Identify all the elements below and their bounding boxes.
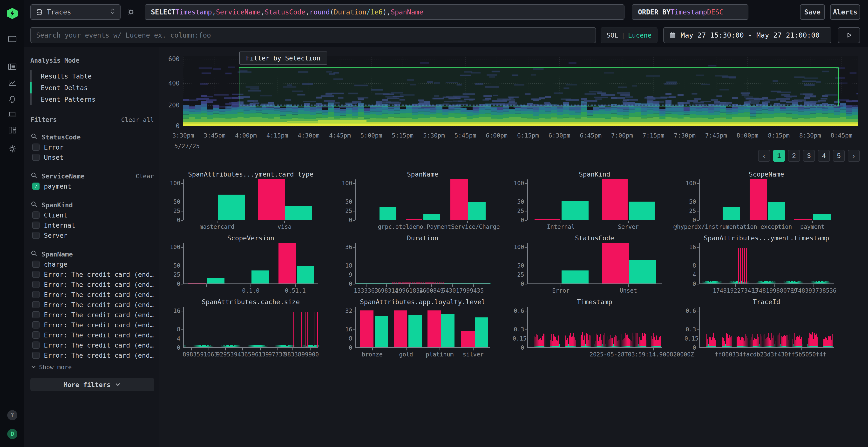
page-button-2[interactable]: 2 — [788, 150, 800, 162]
pink-bar — [278, 243, 296, 283]
green-bar — [780, 281, 780, 283]
pink-bar — [580, 336, 580, 346]
date-range-picker[interactable]: May 27 15:30:00 - May 27 21:00:00 — [663, 27, 831, 43]
filter-option-error-the-credit-card-end[interactable]: Error: The credit card (end… — [30, 330, 154, 340]
green-bar — [756, 282, 757, 283]
filter-option-error-the-credit-card-end[interactable]: Error: The credit card (end… — [30, 269, 154, 279]
green-bar — [709, 282, 710, 283]
y-tick-label: 8 — [341, 335, 352, 342]
page-button-4[interactable]: 4 — [818, 150, 830, 162]
clear-filter-link[interactable]: Clear — [136, 173, 154, 180]
select-query-input[interactable]: SELECT Timestamp,ServiceName,StatusCode,… — [145, 4, 624, 20]
selection-region[interactable] — [239, 67, 839, 106]
help-button[interactable]: ? — [7, 410, 18, 420]
filter-option-error[interactable]: Error — [30, 142, 154, 152]
sessions-laptop-icon[interactable] — [7, 109, 18, 119]
alerts-bell-icon[interactable] — [7, 94, 18, 104]
green-bar — [568, 344, 569, 347]
search-input[interactable] — [30, 27, 596, 43]
checkbox[interactable] — [32, 291, 39, 298]
filter-option-error-the-credit-card-end[interactable]: Error: The credit card (end… — [30, 289, 154, 300]
checkbox[interactable] — [32, 211, 39, 219]
checkbox[interactable] — [32, 321, 39, 329]
filter-option-error-the-credit-card-end[interactable]: Error: The credit card (end… — [30, 320, 154, 330]
mode-item-event-deltas[interactable]: Event Deltas — [30, 82, 154, 94]
green-bar — [766, 281, 767, 283]
filter-option-error-the-credit-card-end[interactable]: Error: The credit card (end… — [30, 310, 154, 320]
green-bar — [230, 345, 231, 347]
filter-option-error-the-credit-card-end[interactable]: Error: The credit card (end… — [30, 300, 154, 310]
search-icon[interactable] — [30, 201, 38, 209]
filter-option-internal[interactable]: Internal — [30, 220, 154, 230]
checkbox[interactable] — [32, 261, 39, 268]
checkbox[interactable] — [32, 281, 39, 288]
checkbox[interactable]: ✓ — [32, 182, 39, 190]
user-avatar[interactable]: D — [7, 429, 18, 439]
checkbox[interactable] — [32, 143, 39, 151]
search-icon[interactable] — [30, 250, 38, 259]
source-select[interactable]: Traces — [30, 4, 121, 20]
pink-bar — [589, 335, 589, 346]
checkbox[interactable] — [32, 153, 39, 161]
checkbox[interactable] — [32, 232, 39, 239]
pink-bar — [824, 339, 825, 346]
pink-bar — [553, 334, 554, 346]
hyperdx-logo-icon[interactable] — [7, 8, 18, 19]
filter-option-server[interactable]: Server — [30, 230, 154, 240]
filter-option-error-the-credit-card-end[interactable]: Error: The credit card (end… — [30, 279, 154, 289]
show-more-link[interactable]: Show more — [30, 362, 154, 372]
checkbox[interactable] — [32, 311, 39, 318]
order-by-input[interactable]: ORDER BY Timestamp DESC — [632, 4, 748, 20]
page-button-3[interactable]: 3 — [803, 150, 815, 162]
chart-line-icon[interactable] — [7, 78, 18, 88]
query-token: Timestamp — [671, 8, 707, 16]
checkbox[interactable] — [32, 342, 39, 349]
checkbox[interactable] — [32, 332, 39, 339]
green-bar — [253, 345, 254, 347]
page-button-1[interactable]: 1 — [773, 150, 785, 162]
save-button[interactable]: Save — [800, 4, 825, 20]
filter-option-charge[interactable]: charge — [30, 259, 154, 269]
green-bar — [703, 281, 703, 283]
more-filters-button[interactable]: More filters — [30, 378, 154, 391]
source-settings-gear-icon[interactable] — [126, 7, 136, 17]
toggle-sql[interactable]: SQL — [607, 32, 618, 39]
event-log-icon[interactable] — [7, 62, 18, 72]
next-page-button[interactable]: › — [848, 150, 860, 162]
chart-title: SpanName — [355, 171, 490, 178]
filter-option-payment[interactable]: ✓payment — [30, 181, 154, 191]
green-bar — [799, 281, 800, 283]
mode-item-results-table[interactable]: Results Table — [30, 70, 154, 82]
green-bar — [316, 345, 317, 347]
settings-gear-icon[interactable] — [7, 144, 18, 154]
panel-toggle-icon[interactable] — [7, 34, 18, 44]
mode-item-event-patterns[interactable]: Event Patterns — [30, 94, 154, 105]
clear-all-filters-link[interactable]: Clear all — [121, 116, 154, 123]
query-language-toggle[interactable]: SQL | Lucene — [600, 27, 657, 43]
search-icon[interactable] — [30, 133, 38, 141]
heatmap-x-tick: 4:15pm — [267, 132, 288, 139]
green-bar — [282, 345, 283, 347]
filter-by-selection-button[interactable]: Filter by Selection — [239, 51, 327, 65]
checkbox[interactable] — [32, 352, 39, 359]
x-tick-mark — [774, 284, 775, 286]
dashboards-icon[interactable] — [7, 125, 18, 135]
checkbox[interactable] — [32, 221, 39, 229]
toggle-lucene[interactable]: Lucene — [628, 32, 652, 39]
filter-option-error-the-credit-card-end[interactable]: Error: The credit card (end… — [30, 350, 154, 360]
pink-bar — [740, 248, 741, 283]
alerts-button[interactable]: Alerts — [830, 4, 860, 20]
green-bar — [300, 346, 300, 347]
search-icon[interactable] — [30, 172, 38, 180]
filter-option-error-the-credit-card-end[interactable]: Error: The credit card (end… — [30, 340, 154, 350]
pink-bar — [713, 333, 714, 346]
page-button-5[interactable]: 5 — [833, 150, 845, 162]
run-query-button[interactable] — [838, 27, 860, 43]
prev-page-button[interactable]: ‹ — [758, 150, 770, 162]
checkbox[interactable] — [32, 271, 39, 278]
pink-bar — [817, 337, 817, 346]
filter-option-unset[interactable]: Unset — [30, 152, 154, 162]
checkbox[interactable] — [32, 301, 39, 308]
y-tick-mark — [181, 284, 183, 284]
filter-option-client[interactable]: Client — [30, 210, 154, 220]
